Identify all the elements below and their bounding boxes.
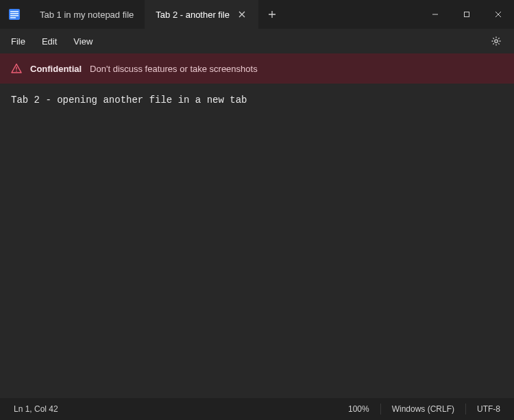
svg-point-6 xyxy=(495,40,498,42)
confidential-banner: Confidential Don't discuss features or t… xyxy=(0,53,514,84)
banner-title: Confidential xyxy=(30,64,82,74)
svg-rect-2 xyxy=(10,13,19,14)
svg-rect-1 xyxy=(10,11,19,12)
title-bar: Tab 1 in my notepad file Tab 2 - another… xyxy=(0,0,514,29)
tab-label: Tab 1 in my notepad file xyxy=(40,10,134,20)
svg-rect-3 xyxy=(10,15,19,16)
menu-view[interactable]: View xyxy=(65,32,101,51)
encoding[interactable]: UTF-8 xyxy=(477,404,500,414)
svg-rect-4 xyxy=(10,17,16,18)
settings-button[interactable] xyxy=(487,32,506,51)
separator xyxy=(380,404,381,415)
close-window-button[interactable] xyxy=(482,0,514,29)
app-icon xyxy=(0,0,29,29)
maximize-button[interactable] xyxy=(451,0,482,29)
warning-icon xyxy=(11,63,22,74)
tab-2[interactable]: Tab 2 - another file xyxy=(145,0,258,29)
minimize-button[interactable] xyxy=(419,0,451,29)
editor-area[interactable]: Tab 2 - opening another file in a new ta… xyxy=(0,84,514,398)
separator xyxy=(465,404,466,415)
svg-rect-8 xyxy=(16,71,16,71)
zoom-level[interactable]: 100% xyxy=(348,404,369,414)
banner-text: Don't discuss features or take screensho… xyxy=(90,64,258,74)
menu-bar: File Edit View xyxy=(0,29,514,53)
status-bar: Ln 1, Col 42 100% Windows (CRLF) UTF-8 xyxy=(0,398,514,420)
new-tab-button[interactable] xyxy=(258,0,286,29)
close-icon[interactable] xyxy=(236,9,247,20)
window-controls xyxy=(419,0,514,29)
gear-icon xyxy=(491,36,502,47)
line-ending[interactable]: Windows (CRLF) xyxy=(392,404,454,414)
menu-file[interactable]: File xyxy=(3,32,34,51)
cursor-position[interactable]: Ln 1, Col 42 xyxy=(14,404,58,414)
svg-rect-5 xyxy=(465,12,469,17)
svg-rect-7 xyxy=(16,67,16,70)
tab-label: Tab 2 - another file xyxy=(156,10,230,20)
menu-edit[interactable]: Edit xyxy=(34,32,65,51)
tabs: Tab 1 in my notepad file Tab 2 - another… xyxy=(29,0,258,29)
tab-1[interactable]: Tab 1 in my notepad file xyxy=(29,0,145,29)
